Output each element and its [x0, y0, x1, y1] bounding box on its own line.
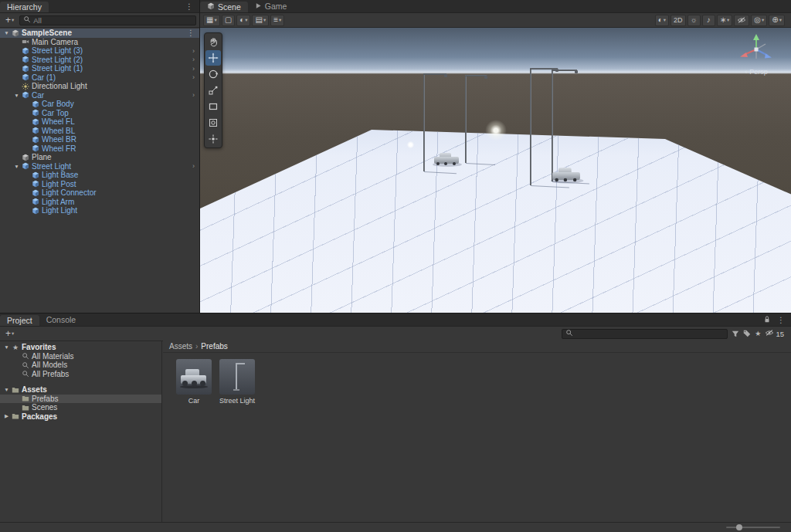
gizmos-dropdown[interactable]: ⊕▾ — [769, 15, 785, 26]
hierarchy-row-car-body[interactable]: Car Body — [0, 100, 199, 109]
rect-tool[interactable] — [205, 99, 221, 114]
search-by-type[interactable] — [732, 330, 739, 337]
orientation-gizmo[interactable]: ‹Persp — [729, 31, 783, 76]
scene-visibility-toggle[interactable] — [734, 15, 749, 26]
breadcrumb-prefabs[interactable]: Prefabs — [201, 342, 227, 351]
chevron-right-icon[interactable]: › — [192, 56, 196, 63]
zoom-slider-knob[interactable] — [736, 524, 742, 530]
hierarchy-row-wheel-bl[interactable]: Wheel BL — [0, 127, 199, 136]
hierarchy-row-light-light[interactable]: Light Light — [0, 206, 199, 215]
hierarchy-row-car[interactable]: ▼Car› — [0, 91, 199, 100]
asset-street-light[interactable]: Street Light — [217, 359, 257, 405]
hierarchy-row-car-top[interactable]: Car Top — [0, 109, 199, 118]
scale-tool[interactable] — [205, 83, 221, 98]
chevron-right-icon[interactable]: › — [192, 65, 196, 73]
expander-icon[interactable]: ▶ — [2, 413, 11, 419]
create-asset-button[interactable]: + ▾ — [3, 329, 16, 338]
hierarchy-row-light-arm[interactable]: Light Arm — [0, 198, 199, 207]
tab-game[interactable]: Game — [248, 0, 294, 12]
asset-label: Street Light — [219, 397, 255, 405]
move-tool[interactable] — [205, 50, 221, 66]
editor-tool[interactable] — [205, 131, 221, 147]
hierarchy-row-wheel-fr[interactable]: Wheel FR — [0, 144, 199, 154]
2d-toggle[interactable]: 2D — [670, 15, 686, 26]
hierarchy-row-street-light-3[interactable]: Street Light (3)› — [0, 46, 199, 56]
chevron-right-icon[interactable]: › — [192, 47, 196, 55]
create-object-button[interactable]: + ▾ — [3, 15, 16, 25]
ground-plane[interactable] — [200, 28, 791, 313]
save-search[interactable]: ★ — [755, 330, 761, 337]
dropdown-caret-icon: ▾ — [762, 18, 764, 23]
snap-settings-dropdown[interactable]: ≡▾ — [270, 15, 284, 26]
tab-scene[interactable]: Scene — [200, 2, 248, 12]
hierarchy-row-samplescene[interactable]: ▼SampleScene⋮ — [0, 29, 199, 38]
project-folder-assets[interactable]: ▼Assets — [0, 385, 161, 395]
prefab-icon — [31, 171, 40, 179]
camera-settings-dropdown[interactable]: ◎▾ — [751, 15, 767, 26]
expander-icon[interactable]: ▼ — [2, 387, 11, 392]
expander-icon[interactable]: ▼ — [2, 30, 11, 36]
project-tab-label: Project — [7, 316, 32, 325]
view-tool[interactable] — [205, 34, 221, 49]
grid-visibility-dropdown[interactable]: ▤▾ — [252, 15, 269, 26]
expander-icon[interactable]: ▼ — [2, 344, 11, 350]
search-by-label[interactable] — [743, 330, 751, 337]
project-folder-all-models[interactable]: All Models — [0, 361, 161, 370]
hierarchy-row-wheel-fl[interactable]: Wheel FL — [0, 117, 199, 127]
transform-tool[interactable] — [205, 115, 221, 130]
row-label: Light Arm — [42, 198, 74, 206]
project-folder-packages[interactable]: ▶Packages — [0, 412, 161, 422]
project-folder-prefabs[interactable]: Prefabs — [0, 395, 161, 404]
chevron-right-icon[interactable]: › — [192, 73, 196, 81]
hierarchy-menu-icon[interactable]: ⋮ — [184, 2, 195, 11]
effects-dropdown[interactable]: ∗▾ — [717, 15, 733, 26]
search-icon — [21, 370, 30, 378]
scene-options-icon[interactable]: ⋮ — [185, 29, 196, 37]
light-gizmo-icon[interactable] — [407, 141, 414, 148]
tab-project[interactable]: Project — [0, 315, 39, 326]
lock-icon[interactable] — [763, 315, 771, 325]
chevron-right-icon[interactable]: › — [192, 162, 196, 170]
hierarchy-row-street-light[interactable]: ▼Street Light› — [0, 162, 199, 171]
chevron-down-icon: ▾ — [12, 18, 14, 23]
hierarchy-row-light-connector[interactable]: Light Connector — [0, 188, 199, 198]
project-folder-all-prefabs[interactable]: All Prefabs — [0, 370, 161, 379]
shading-mode-dropdown[interactable]: ◐▾ — [236, 15, 250, 26]
expander-icon[interactable]: ▼ — [12, 93, 21, 98]
hierarchy-search-input[interactable]: All — [19, 15, 196, 25]
hierarchy-row-light-base[interactable]: Light Base — [0, 171, 199, 180]
project-folder-all-materials[interactable]: All Materials — [0, 352, 161, 361]
project-folder-scenes[interactable]: Scenes — [0, 403, 161, 412]
breadcrumb-assets[interactable]: Assets — [169, 342, 192, 351]
tool-settings-dropdown[interactable]: ▦▾ — [203, 15, 220, 26]
hierarchy-row-plane[interactable]: Plane — [0, 153, 199, 162]
prefab-icon — [31, 127, 40, 135]
lighting-toggle-icon: ☼ — [691, 16, 698, 24]
hierarchy-row-main-camera[interactable]: Main Camera — [0, 38, 199, 47]
hidden-packages-count[interactable]: 15 — [765, 328, 784, 339]
wireframe-toggle[interactable]: ▢ — [222, 15, 235, 26]
hierarchy-row-car-1[interactable]: Car (1)› — [0, 73, 199, 83]
project-menu-icon[interactable]: ⋮ — [776, 316, 786, 324]
hierarchy-row-street-light-1[interactable]: Street Light (1)› — [0, 64, 199, 73]
hierarchy-tab-label: Hierarchy — [7, 2, 42, 12]
tab-hierarchy[interactable]: Hierarchy — [0, 2, 49, 12]
chevron-right-icon[interactable]: › — [192, 91, 196, 99]
rotate-tool[interactable] — [205, 66, 221, 82]
tab-console[interactable]: Console — [39, 313, 83, 326]
hierarchy-row-wheel-br[interactable]: Wheel BR — [0, 135, 199, 144]
thumbnail-zoom-slider[interactable] — [726, 527, 780, 528]
lighting-toggle[interactable]: ☼ — [687, 15, 701, 26]
hierarchy-row-light-post[interactable]: Light Post — [0, 180, 199, 189]
expander-icon[interactable]: ▼ — [12, 164, 21, 169]
hierarchy-row-street-light-2[interactable]: Street Light (2)› — [0, 56, 199, 65]
project-folder-favorites[interactable]: ▼★Favorites — [0, 343, 161, 352]
project-search-input[interactable] — [562, 329, 728, 339]
asset-car[interactable]: Car — [174, 359, 214, 405]
render-doodad-dropdown[interactable]: ◐▾ — [655, 15, 669, 26]
scene-viewport[interactable]: ‹Persp — [200, 28, 791, 313]
prefab-icon — [21, 73, 30, 82]
hierarchy-row-directional-light[interactable]: Directional Light — [0, 82, 199, 91]
audio-toggle[interactable]: ♪ — [702, 15, 715, 26]
hierarchy-scene-divider[interactable] — [199, 0, 200, 313]
